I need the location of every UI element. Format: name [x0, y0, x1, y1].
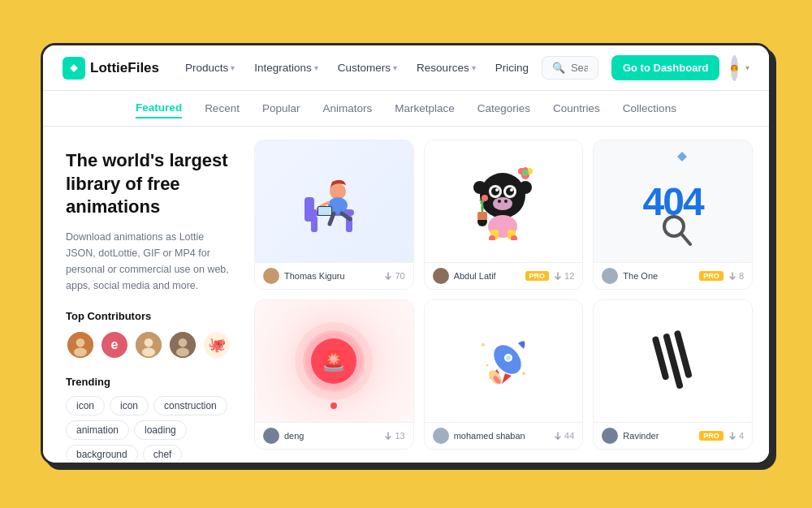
chevron-down-icon: ▾: [472, 63, 476, 72]
animation-card-2[interactable]: Abdul Latif PRO 12: [424, 140, 584, 290]
tag-chef[interactable]: chef: [143, 445, 183, 463]
animation-preview-1: [255, 140, 413, 262]
animation-preview-2: [425, 140, 583, 262]
animation-preview-6: [594, 300, 752, 422]
subnav-countries[interactable]: Countries: [553, 99, 600, 118]
svg-point-37: [522, 170, 529, 176]
svg-point-50: [506, 355, 511, 360]
tag-construction[interactable]: construction: [153, 396, 227, 415]
tag-background[interactable]: background: [66, 445, 138, 463]
subnav-categories[interactable]: Categories: [477, 99, 530, 118]
animation-card-4[interactable]: 🚨 deng 13: [254, 299, 414, 450]
subnav-collections[interactable]: Collections: [623, 99, 676, 118]
animation-card-6[interactable]: Ravinder PRO 4: [593, 299, 753, 450]
author-avatar-6: [602, 428, 618, 444]
logo[interactable]: LottieFiles: [63, 57, 159, 80]
tag-icon-1[interactable]: icon: [66, 396, 105, 415]
tag-loading[interactable]: loading: [134, 420, 187, 440]
avatar[interactable]: [731, 55, 738, 81]
nav-links: Products ▾ Integrations ▾ Customers ▾ Re…: [177, 57, 537, 79]
download-count-6: 4: [728, 431, 744, 441]
contributors-avatars: e 🐙: [66, 330, 235, 359]
download-count-2: 12: [554, 271, 574, 281]
logo-icon: [63, 57, 85, 80]
svg-point-8: [145, 338, 153, 347]
subnav-marketplace[interactable]: Marketplace: [395, 99, 455, 118]
contributor-avatar-5[interactable]: 🐙: [202, 330, 231, 359]
subnav-featured[interactable]: Featured: [136, 98, 182, 118]
search-icon: 🔍: [552, 62, 565, 74]
download-count-4: 13: [384, 431, 404, 441]
navbar: LottieFiles Products ▾ Integrations ▾ Cu…: [43, 45, 769, 91]
card-3-footer: The One PRO 8: [594, 262, 752, 289]
chevron-down-icon: ▾: [231, 63, 235, 72]
svg-point-25: [506, 187, 514, 196]
svg-point-5: [76, 338, 85, 347]
card-2-footer: Abdul Latif PRO 12: [425, 262, 583, 289]
svg-point-6: [74, 347, 87, 356]
sub-nav: Featured Recent Popular Animators Market…: [43, 91, 769, 127]
pro-badge-2: PRO: [525, 271, 550, 281]
main-content: The world's largest library of free anim…: [43, 127, 769, 463]
contributor-avatar-2[interactable]: e: [100, 330, 129, 359]
chevron-down-icon: ▾: [393, 63, 397, 72]
animations-grid-panel: Thomas Kiguru 70: [254, 127, 769, 463]
author-avatar-2: [433, 268, 449, 284]
nav-integrations[interactable]: Integrations ▾: [246, 57, 326, 79]
author-avatar-4: [263, 428, 279, 444]
tag-icon-2[interactable]: icon: [110, 396, 149, 415]
nav-products[interactable]: Products ▾: [177, 57, 243, 79]
avatar-chevron-icon: ▾: [745, 63, 749, 72]
svg-rect-20: [318, 207, 331, 215]
author-avatar-1: [263, 268, 279, 284]
animation-card-3[interactable]: 404: [593, 140, 753, 290]
animation-grid: Thomas Kiguru 70: [254, 140, 753, 450]
contributor-avatar-4[interactable]: [168, 330, 197, 359]
svg-point-9: [142, 347, 155, 356]
dashboard-button[interactable]: Go to Dashboard: [611, 55, 719, 80]
svg-point-53: [482, 343, 485, 347]
author-name-6: Ravinder: [623, 431, 694, 441]
download-count-3: 8: [728, 271, 744, 281]
card-6-footer: Ravinder PRO 4: [594, 422, 752, 449]
svg-point-31: [498, 200, 501, 203]
hero-description: Download animations as Lottie JSON, dotL…: [66, 229, 235, 294]
left-panel: The world's largest library of free anim…: [43, 127, 254, 463]
svg-point-45: [482, 195, 488, 201]
svg-point-12: [176, 347, 189, 356]
subnav-popular[interactable]: Popular: [262, 99, 300, 118]
nav-resources[interactable]: Resources ▾: [408, 57, 484, 79]
contributor-avatar-1[interactable]: [66, 330, 95, 359]
animation-card-1[interactable]: Thomas Kiguru 70: [254, 140, 414, 290]
subnav-recent[interactable]: Recent: [205, 99, 240, 118]
svg-point-3: [733, 69, 736, 71]
svg-point-30: [493, 197, 512, 210]
svg-rect-44: [477, 212, 487, 220]
top-contributors-label: Top Contributors: [66, 310, 235, 322]
svg-point-2: [733, 66, 736, 68]
card-5-footer: mohamed shaban 44: [425, 422, 583, 449]
download-count-5: 44: [554, 431, 574, 441]
pro-badge-6: PRO: [699, 431, 723, 441]
svg-point-55: [486, 364, 488, 367]
svg-point-54: [522, 372, 525, 375]
nav-pricing[interactable]: Pricing: [487, 57, 537, 79]
author-name-4: deng: [284, 431, 379, 441]
animation-preview-3: 404: [594, 140, 752, 262]
search-input[interactable]: [571, 62, 588, 74]
diagonal-lines: [651, 330, 694, 393]
animation-preview-5: [425, 300, 583, 422]
svg-point-26: [495, 188, 499, 192]
pro-badge-3: PRO: [699, 271, 723, 281]
animation-card-5[interactable]: mohamed shaban 44: [424, 299, 584, 450]
svg-point-11: [179, 338, 188, 347]
author-avatar-5: [433, 428, 449, 444]
author-avatar-3: [602, 268, 618, 284]
card-1-footer: Thomas Kiguru 70: [255, 262, 413, 289]
nav-customers[interactable]: Customers ▾: [330, 57, 405, 79]
search-box[interactable]: 🔍: [542, 56, 598, 80]
tag-animation[interactable]: animation: [66, 420, 129, 440]
subnav-animators[interactable]: Animators: [322, 99, 372, 118]
card-4-footer: deng 13: [255, 422, 413, 449]
contributor-avatar-3[interactable]: [134, 330, 163, 359]
